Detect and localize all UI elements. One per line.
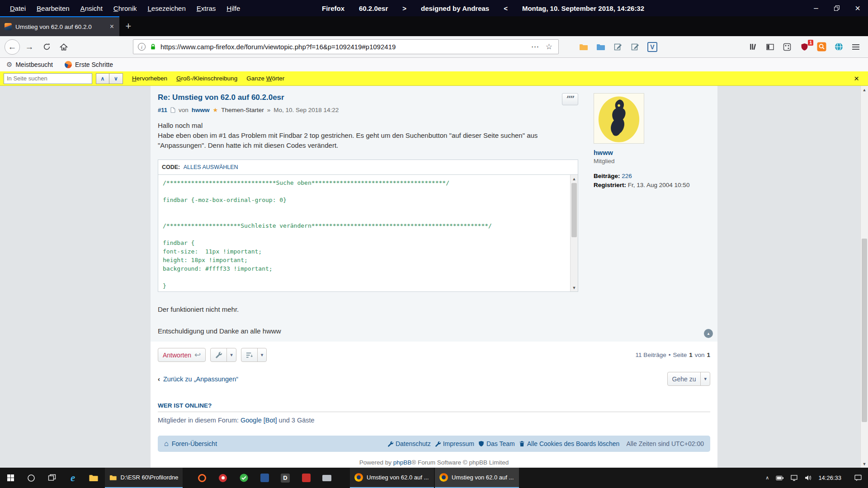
find-input[interactable]: [4, 73, 92, 84]
dice-extension-icon[interactable]: [779, 39, 795, 55]
action-center-icon[interactable]: [854, 474, 862, 481]
post-meta: #11 von hwww ★ Themen-Starter » Mo, 10. …: [158, 107, 578, 113]
profile-rank: Mitglied: [594, 158, 689, 164]
find-whole-words-toggle[interactable]: Ganze Wörter: [246, 75, 284, 82]
url-text[interactable]: https://www.camp-firefox.de/forum/viewto…: [160, 43, 526, 51]
find-next-button[interactable]: ∨: [109, 73, 123, 84]
red-circle-app-icon[interactable]: [212, 468, 233, 488]
url-bar[interactable]: i https://www.camp-firefox.de/forum/view…: [133, 39, 559, 54]
profile-username-link[interactable]: hwww: [594, 149, 689, 156]
explorer-window-button[interactable]: D:\ESR 60\Profilordne...: [105, 468, 183, 488]
avatar[interactable]: [594, 93, 644, 144]
privacy-link[interactable]: Datenschutz: [387, 440, 431, 447]
yellow-folder-icon[interactable]: [576, 39, 591, 55]
code-scroll-down-icon[interactable]: ▼: [571, 284, 578, 291]
menu-extras[interactable]: Extras: [191, 5, 222, 12]
green-check-app-icon[interactable]: [233, 468, 254, 488]
tray-expand-icon[interactable]: ∧: [765, 475, 769, 481]
back-button[interactable]: ←: [5, 39, 20, 55]
desktop: Datei Bearbeiten Ansicht Chronik Lesezei…: [0, 0, 868, 488]
dark-blue-app-icon[interactable]: [254, 468, 275, 488]
sidebar-toggle-button[interactable]: [762, 39, 778, 55]
menu-hilfe[interactable]: Hilfe: [221, 5, 245, 12]
violentmonkey-extension-icon[interactable]: V: [645, 39, 660, 55]
new-tab-button[interactable]: +: [119, 16, 137, 36]
code-select-all-link[interactable]: ALLES AUSWÄHLEN: [184, 164, 238, 170]
edge-browser-icon[interactable]: e: [62, 468, 83, 488]
menu-button[interactable]: [848, 39, 863, 55]
team-link[interactable]: Das Team: [478, 440, 515, 447]
menu-bearbeiten[interactable]: Bearbeiten: [31, 5, 75, 12]
letter-d-app-icon[interactable]: D: [275, 468, 296, 488]
tab-close-icon[interactable]: ×: [109, 23, 115, 31]
cortana-button[interactable]: [21, 468, 42, 488]
orange-ring-app-icon[interactable]: [192, 468, 212, 488]
scroll-up-icon[interactable]: ▲: [861, 86, 868, 94]
bookmark-star-icon[interactable]: ☆: [544, 42, 554, 52]
jump-to-button[interactable]: Gehe zu ▾: [667, 372, 710, 386]
scroll-to-top-button[interactable]: ▲: [704, 329, 713, 338]
code-scroll-up-icon[interactable]: ▲: [571, 175, 578, 183]
scrollbar-thumb[interactable]: [862, 239, 867, 422]
board-index-link[interactable]: ⌂ Foren-Übersicht: [164, 440, 217, 448]
padlock-icon[interactable]: [150, 43, 156, 51]
code-scrollbar-thumb[interactable]: [571, 183, 577, 237]
minimize-button[interactable]: –: [806, 0, 826, 16]
firefox-window2-button[interactable]: Umstieg von 62.0 auf ...: [435, 468, 519, 488]
bookmark-erste-schritte[interactable]: Erste Schritte: [65, 61, 113, 68]
firefox-window1-button[interactable]: Umstieg von 62.0 auf ...: [350, 468, 434, 488]
menu-lesezeichen[interactable]: Lesezeichen: [142, 5, 191, 12]
quote-button[interactable]: ””: [562, 93, 578, 105]
google-bot-link[interactable]: Google [Bot]: [241, 417, 277, 424]
screenshot-extension-icon[interactable]: [814, 39, 829, 55]
gray-drive-app-icon[interactable]: [316, 468, 337, 488]
library-button[interactable]: [745, 39, 760, 55]
red-square-app-icon[interactable]: [296, 468, 316, 488]
page-actions-icon[interactable]: ⋯: [530, 42, 540, 52]
menu-chronik[interactable]: Chronik: [108, 5, 142, 12]
forward-button[interactable]: →: [22, 39, 37, 55]
post-title[interactable]: Re: Umstieg von 62.0 auf 60.2.0esr: [158, 93, 578, 102]
post-number-link[interactable]: #11: [158, 107, 167, 113]
find-previous-button[interactable]: ∧: [96, 73, 109, 84]
reload-button[interactable]: [39, 39, 54, 55]
file-explorer-icon[interactable]: [83, 468, 104, 488]
reply-button[interactable]: Antworten↩: [158, 348, 206, 362]
phpbb-link[interactable]: phpBB: [393, 459, 412, 466]
bookmark-meistbesucht[interactable]: ⚙ Meistbesucht: [6, 61, 53, 69]
blue-folder-icon[interactable]: [593, 39, 609, 55]
battery-icon[interactable]: [776, 476, 784, 480]
code-scrollbar[interactable]: ▲ ▼: [570, 175, 578, 291]
find-match-case-toggle[interactable]: Groß-/Kleinschreibung: [176, 75, 237, 82]
posts-count-link[interactable]: 226: [622, 173, 632, 179]
network-icon[interactable]: [791, 475, 798, 481]
topic-tools-button[interactable]: ▾: [210, 348, 236, 362]
menu-ansicht[interactable]: Ansicht: [75, 5, 108, 12]
scroll-down-icon[interactable]: ▼: [861, 460, 868, 468]
globe-extension-icon[interactable]: [831, 39, 846, 55]
powered-by-line: Powered by phpBB® Forum Software © phpBB…: [158, 458, 710, 467]
post-author-link[interactable]: hwww: [192, 107, 210, 113]
code-content[interactable]: /*******************************Suche ob…: [158, 175, 570, 291]
home-button[interactable]: [56, 39, 71, 55]
find-highlight-toggle[interactable]: Hervorheben: [132, 75, 167, 82]
tab-active[interactable]: Umstieg von 62.0 auf 60.2.0 ×: [0, 16, 119, 36]
compose-note-icon[interactable]: [610, 39, 626, 55]
task-view-button[interactable]: [42, 468, 62, 488]
page-scrollbar[interactable]: ▲ ▼: [860, 86, 868, 468]
imprint-link[interactable]: Impressum: [435, 440, 474, 447]
pagination: 11 Beiträge • Seite 1 von 1: [636, 352, 710, 358]
start-button[interactable]: [0, 468, 21, 488]
restore-button[interactable]: [826, 0, 847, 16]
menu-datei[interactable]: Datei: [5, 5, 31, 12]
clock[interactable]: 14:26:33: [818, 474, 841, 481]
speaker-icon[interactable]: [805, 475, 811, 481]
page-info-icon[interactable]: i: [138, 43, 146, 51]
back-to-forum-link[interactable]: ‹ Zurück zu „Anpassungen“: [158, 375, 238, 383]
compose-note2-icon[interactable]: [627, 39, 643, 55]
sort-display-button[interactable]: ▾: [241, 348, 267, 362]
delete-cookies-link[interactable]: Alle Cookies des Boards löschen: [519, 440, 620, 447]
close-window-button[interactable]: ×: [847, 0, 868, 16]
ublock-shield-icon[interactable]: 1: [797, 39, 812, 55]
find-close-button[interactable]: ×: [854, 74, 864, 84]
